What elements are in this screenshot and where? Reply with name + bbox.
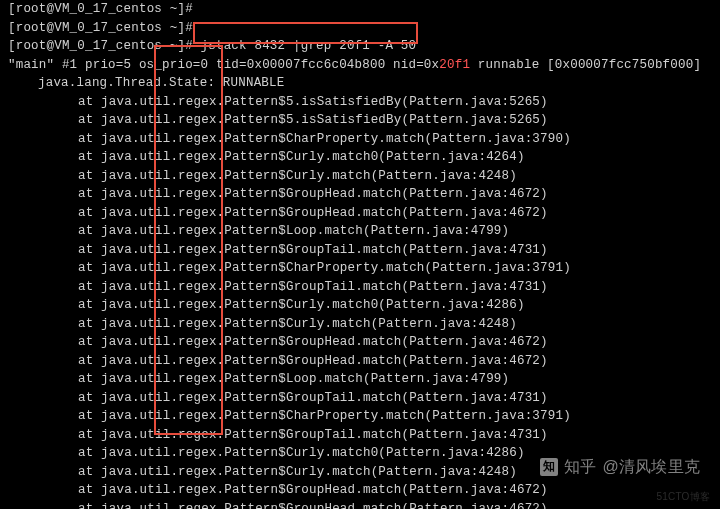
zhihu-icon: 知 — [540, 458, 558, 476]
watermark-zhihu: 知 知乎 @清风埃里克 — [540, 455, 700, 479]
thread-state: java.lang.Thread.State: RUNNABLE — [8, 74, 712, 93]
stack-frame: at java.util.regex.Pattern$GroupHead.mat… — [8, 185, 712, 204]
terminal-output[interactable]: [root@VM_0_17_centos ~]# [root@VM_0_17_c… — [0, 0, 720, 509]
stack-frame: at java.util.regex.Pattern$Curly.match0(… — [8, 148, 712, 167]
stack-frame: at java.util.regex.Pattern$GroupTail.mat… — [8, 426, 712, 445]
stack-frame: at java.util.regex.Pattern$CharProperty.… — [8, 407, 712, 426]
prompt-line-2: [root@VM_0_17_centos ~]# jstack 8432 |gr… — [8, 37, 712, 56]
stack-frame: at java.util.regex.Pattern$GroupTail.mat… — [8, 241, 712, 260]
stack-trace: at java.util.regex.Pattern$5.isSatisfied… — [8, 93, 712, 510]
stack-frame: at java.util.regex.Pattern$CharProperty.… — [8, 130, 712, 149]
stack-frame: at java.util.regex.Pattern$Loop.match(Pa… — [8, 370, 712, 389]
stack-frame: at java.util.regex.Pattern$GroupHead.mat… — [8, 481, 712, 500]
stack-frame: at java.util.regex.Pattern$5.isSatisfied… — [8, 93, 712, 112]
stack-frame: at java.util.regex.Pattern$GroupTail.mat… — [8, 389, 712, 408]
stack-frame: at java.util.regex.Pattern$Loop.match(Pa… — [8, 222, 712, 241]
watermark-site: 51CTO博客 — [657, 490, 710, 505]
stack-frame: at java.util.regex.Pattern$5.isSatisfied… — [8, 111, 712, 130]
stack-frame: at java.util.regex.Pattern$GroupHead.mat… — [8, 500, 712, 510]
stack-frame: at java.util.regex.Pattern$Curly.match(P… — [8, 315, 712, 334]
stack-frame: at java.util.regex.Pattern$GroupTail.mat… — [8, 278, 712, 297]
stack-frame: at java.util.regex.Pattern$GroupHead.mat… — [8, 333, 712, 352]
stack-frame: at java.util.regex.Pattern$CharProperty.… — [8, 259, 712, 278]
thread-header-line: "main" #1 prio=5 os_prio=0 tid=0x00007fc… — [8, 56, 712, 75]
jstack-command: jstack 8432 |grep 20f1 -A 50 — [201, 39, 417, 53]
stack-frame: at java.util.regex.Pattern$GroupHead.mat… — [8, 204, 712, 223]
stack-frame: at java.util.regex.Pattern$Curly.match(P… — [8, 167, 712, 186]
nid-value: 20f1 — [439, 58, 470, 72]
prompt-line-0: [root@VM_0_17_centos ~]# — [8, 0, 712, 19]
stack-frame: at java.util.regex.Pattern$GroupHead.mat… — [8, 352, 712, 371]
stack-frame: at java.util.regex.Pattern$Curly.match0(… — [8, 296, 712, 315]
prompt-line-1: [root@VM_0_17_centos ~]# — [8, 19, 712, 38]
